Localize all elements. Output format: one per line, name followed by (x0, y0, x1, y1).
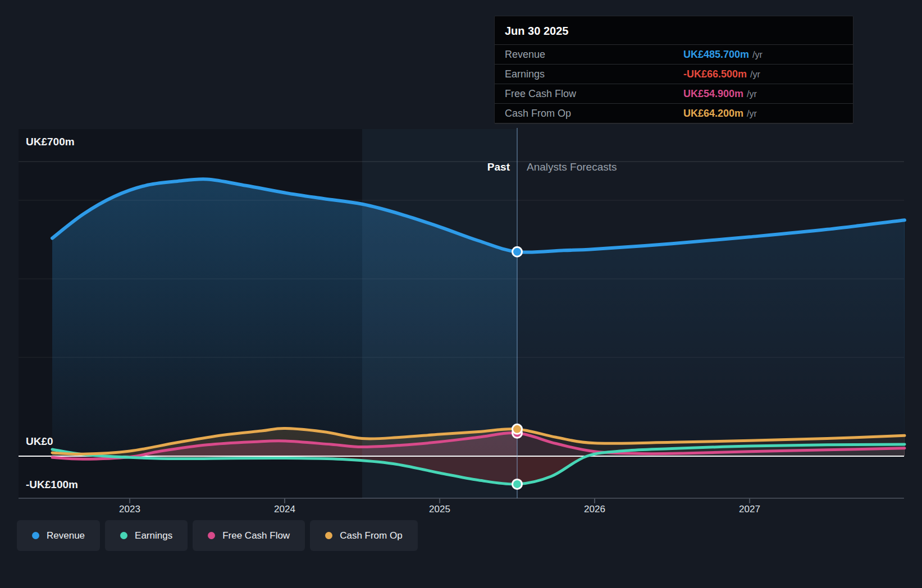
tooltip-suffix: /yr (747, 89, 757, 99)
cash-from-op-dot-icon (325, 532, 332, 539)
legend-label: Revenue (47, 530, 85, 541)
legend-label: Earnings (135, 530, 172, 541)
legend-item-free-cash-flow[interactable]: Free Cash Flow (193, 520, 305, 551)
legend-label: Cash From Op (340, 530, 402, 541)
free-cash-flow-dot-icon (208, 532, 215, 539)
y-axis-label-700m: UK£700m (26, 136, 75, 148)
x-tick-label-2026: 2026 (584, 504, 605, 515)
tooltip-value: UK£485.700m (683, 49, 749, 60)
tooltip-label: Cash From Op (505, 108, 571, 120)
tooltip-row-free-cash-flow: Free Cash Flow UK£54.900m/yr (495, 84, 853, 103)
y-axis-label-neg100m: -UK£100m (26, 479, 78, 491)
x-tick-label-2027: 2027 (739, 504, 760, 515)
tooltip-date: Jun 30 2025 (495, 16, 853, 44)
legend: Revenue Earnings Free Cash Flow Cash Fro… (17, 520, 418, 551)
tooltip-row-earnings: Earnings -UK£66.500m/yr (495, 64, 853, 84)
tooltip-row-revenue: Revenue UK£485.700m/yr (495, 44, 853, 64)
tooltip-value: UK£64.200m (683, 108, 743, 119)
tooltip-row-cash-from-op: Cash From Op UK£64.200m/yr (495, 103, 853, 123)
marker-dot-cash-from-op (513, 424, 522, 434)
earnings-dot-icon (120, 532, 127, 539)
tooltip-value: UK£54.900m (683, 88, 743, 99)
marker-dot-earnings (513, 479, 522, 489)
tooltip-suffix: /yr (747, 109, 757, 118)
x-tick-label-2023: 2023 (119, 504, 140, 515)
x-tick-label-2024: 2024 (274, 504, 295, 515)
legend-item-earnings[interactable]: Earnings (105, 520, 188, 551)
legend-item-cash-from-op[interactable]: Cash From Op (310, 520, 417, 551)
tooltip-suffix: /yr (750, 70, 760, 79)
past-region-label: Past (487, 161, 510, 173)
forecast-region-label: Analysts Forecasts (527, 161, 617, 173)
legend-item-revenue[interactable]: Revenue (17, 520, 100, 551)
tooltip-label: Free Cash Flow (505, 88, 576, 100)
tooltip-label: Revenue (505, 49, 545, 61)
tooltip-suffix: /yr (752, 50, 763, 59)
tooltip-label: Earnings (505, 68, 545, 80)
chart-page: UK£700m UK£0 -UK£100m Past Analysts Fore… (0, 0, 922, 588)
y-axis-label-zero: UK£0 (26, 435, 53, 448)
revenue-dot-icon (32, 532, 39, 539)
x-tick-label-2025: 2025 (429, 504, 450, 515)
tooltip-value: -UK£66.500m (683, 68, 747, 80)
marker-dot-revenue (513, 247, 522, 256)
tooltip: Jun 30 2025 Revenue UK£485.700m/yr Earni… (494, 16, 853, 124)
legend-label: Free Cash Flow (222, 530, 290, 541)
